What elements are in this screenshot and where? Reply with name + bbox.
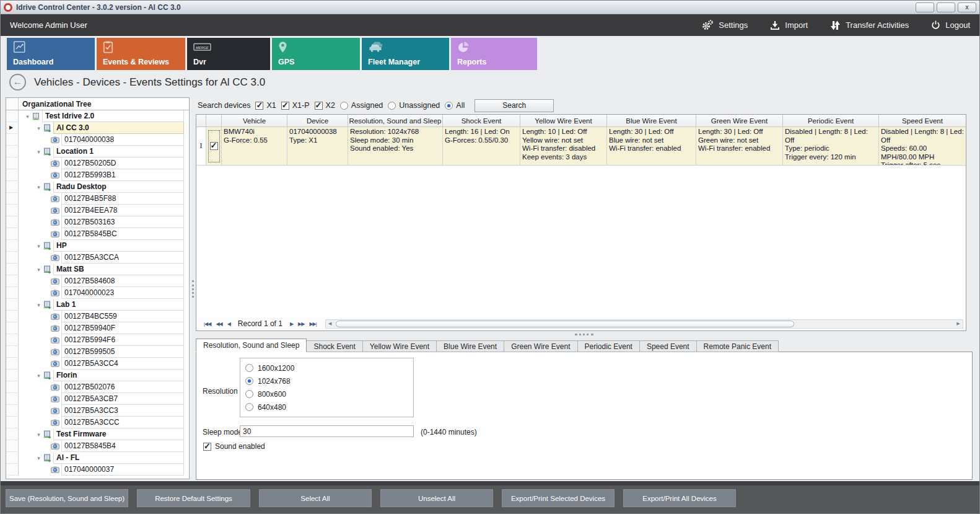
- tree-node-group[interactable]: ▶▾Al CC 3.0: [6, 122, 189, 134]
- tree-node-group[interactable]: ▾HP: [6, 240, 189, 252]
- footer-button-unselect-all[interactable]: Unselect All: [380, 489, 493, 507]
- resolution-option-800x600[interactable]: 800x600: [245, 390, 408, 399]
- record-nav-prev-icon[interactable]: ◀: [225, 321, 233, 327]
- grid-row[interactable]: IBMW740i G-Force: 0.55017040000038 Type:…: [196, 127, 966, 166]
- footer-button-restore-default-settings[interactable]: Restore Default Settings: [137, 489, 250, 507]
- record-nav-last-icon[interactable]: ▶▶|: [307, 321, 318, 327]
- filter-checkbox-x1[interactable]: X1: [255, 101, 276, 110]
- toolbar-action-import[interactable]: Import: [770, 20, 808, 30]
- scroll-left-icon[interactable]: ◀: [326, 320, 335, 328]
- tree-node-group[interactable]: ▾Matt SB: [6, 264, 189, 275]
- row-checkbox[interactable]: [210, 142, 218, 150]
- tree-node-device[interactable]: 00127B502076: [6, 381, 189, 393]
- grid-column-header[interactable]: Blue Wire Event: [607, 115, 696, 126]
- sound-enabled-checkbox[interactable]: [203, 443, 211, 451]
- footer-button-export-print-selected-devices[interactable]: Export/Print Selected Devices: [502, 489, 615, 507]
- tree-node-device[interactable]: 00127B5A3CC3: [6, 405, 189, 417]
- tab-remote-panic-event[interactable]: Remote Panic Event: [696, 340, 779, 352]
- back-button[interactable]: [9, 74, 26, 91]
- tree-node-device[interactable]: 00127B584608: [6, 275, 189, 287]
- toolbar-action-settings[interactable]: Settings: [701, 20, 748, 30]
- radio-icon[interactable]: [245, 403, 253, 411]
- grid-column-header[interactable]: Yellow Wire Event: [520, 115, 607, 126]
- vertical-splitter[interactable]: [190, 97, 196, 479]
- tree-node-group[interactable]: ▾Location 1: [6, 146, 189, 157]
- grid-column-header[interactable]: Speed Event: [879, 115, 966, 126]
- tree-node-device[interactable]: 00127B4BC559: [6, 311, 189, 322]
- tab-green-wire-event[interactable]: Green Wire Event: [504, 340, 577, 352]
- tile-reports[interactable]: Reports: [451, 38, 537, 70]
- checkbox-icon[interactable]: [255, 102, 263, 110]
- search-button[interactable]: Search: [475, 99, 554, 112]
- checkbox-icon[interactable]: [315, 102, 323, 110]
- filter-radio-assigned[interactable]: Assigned: [340, 101, 383, 110]
- tree-node-device[interactable]: 00127B5845B4: [6, 440, 189, 452]
- tree-node-device[interactable]: 00127B5993B1: [6, 169, 189, 181]
- grid-column-header[interactable]: Resolution, Sound and Sleep: [348, 115, 443, 126]
- grid-column-header[interactable]: Shock Event: [443, 115, 520, 126]
- filter-checkbox-x1-p[interactable]: X1-P: [281, 101, 310, 110]
- tree-node-group[interactable]: ▾Lab 1: [6, 299, 189, 311]
- tile-events-reviews[interactable]: Events & Reviews: [97, 38, 185, 70]
- resolution-option-1024x768[interactable]: 1024x768: [245, 377, 408, 386]
- maximize-button[interactable]: [937, 2, 955, 12]
- tree-node-device[interactable]: 00127B503163: [6, 216, 189, 228]
- footer-button-export-print-all-devices[interactable]: Export/Print All Devices: [623, 489, 736, 507]
- radio-icon[interactable]: [340, 102, 348, 110]
- tab-yellow-wire-event[interactable]: Yellow Wire Event: [362, 340, 437, 352]
- tree-node-device[interactable]: 00127B59940F: [6, 322, 189, 334]
- tile-fleet-manager[interactable]: Fleet Manager: [362, 38, 449, 70]
- filter-radio-unassigned[interactable]: Unassigned: [388, 101, 440, 110]
- sound-enabled-row[interactable]: Sound enabled: [203, 442, 265, 451]
- grid-column-header[interactable]: Periodic Event: [783, 115, 879, 126]
- footer-button-select-all[interactable]: Select All: [259, 489, 372, 507]
- scrollbar-thumb[interactable]: [336, 321, 794, 327]
- tree-node-device[interactable]: 017040000038: [6, 134, 189, 146]
- tree-node-device[interactable]: 00127B50205D: [6, 157, 189, 169]
- filter-radio-all[interactable]: All: [445, 101, 465, 110]
- row-checkbox-cell[interactable]: [206, 127, 222, 165]
- radio-icon[interactable]: [245, 364, 253, 372]
- tree-node-device[interactable]: 00127B4EEA78: [6, 205, 189, 216]
- tree-node-group[interactable]: ▾Florin: [6, 370, 189, 381]
- tree-node-device[interactable]: 00127B599505: [6, 346, 189, 358]
- filter-checkbox-x2[interactable]: X2: [315, 101, 335, 110]
- tree-node-device[interactable]: 00127B5A3CCC: [6, 417, 189, 428]
- tree-node-device[interactable]: 017040000037: [6, 464, 189, 476]
- tab-periodic-event[interactable]: Periodic Event: [577, 340, 640, 352]
- radio-icon[interactable]: [388, 102, 396, 110]
- tree-node-device[interactable]: 017040000023: [6, 287, 189, 299]
- tab-resolution-sound-and-sleep[interactable]: Resolution, Sound and Sleep: [196, 339, 307, 352]
- scroll-right-icon[interactable]: ▶: [954, 320, 963, 328]
- tree-node-device[interactable]: 00127B5A3CC4: [6, 358, 189, 370]
- tile-dashboard[interactable]: Dashboard: [7, 38, 95, 70]
- tree-node-group[interactable]: ▾Radu Desktop: [6, 181, 189, 193]
- tree-node-device[interactable]: 00127B5A3CCA: [6, 252, 189, 264]
- tree-node-group[interactable]: ▾Al - FL: [6, 452, 189, 464]
- toolbar-action-transfer-activities[interactable]: Transfer Activities: [830, 20, 909, 30]
- minimize-button[interactable]: [916, 2, 934, 12]
- checkbox-icon[interactable]: [281, 102, 289, 110]
- radio-icon[interactable]: [245, 390, 253, 398]
- record-nav-forward-icon[interactable]: ▶▶: [295, 321, 307, 327]
- tab-blue-wire-event[interactable]: Blue Wire Event: [436, 340, 504, 352]
- h-scrollbar[interactable]: ◀ ▶: [325, 319, 963, 329]
- tree-node-device[interactable]: 00127B5A3CB7: [6, 393, 189, 405]
- toolbar-action-logout[interactable]: Logout: [931, 20, 970, 30]
- grid-column-header[interactable]: Green Wire Event: [696, 115, 783, 126]
- tab-shock-event[interactable]: Shock Event: [306, 340, 362, 352]
- tile-gps[interactable]: GPS: [272, 38, 360, 70]
- resolution-option-640x480[interactable]: 640x480: [245, 403, 408, 412]
- tree-node-device[interactable]: 00127B4B5F88: [6, 193, 189, 205]
- grid-column-header[interactable]: Device: [287, 115, 348, 126]
- tree-node-group[interactable]: ▾Test Firmware: [6, 428, 189, 440]
- tree-node-root[interactable]: ▾Test Idrive 2.0: [6, 110, 189, 122]
- tab-speed-event[interactable]: Speed Event: [639, 340, 697, 352]
- footer-button-save-resolution-sound-and-sleep-[interactable]: Save (Resolution, Sound and Sleep): [6, 489, 128, 507]
- sleep-mode-input[interactable]: [240, 425, 414, 437]
- radio-icon[interactable]: [445, 102, 453, 110]
- grid-column-header[interactable]: Vehicle: [222, 115, 287, 126]
- record-nav-rewind-icon[interactable]: ◀◀: [213, 321, 224, 327]
- resolution-option-1600x1200[interactable]: 1600x1200: [245, 364, 408, 373]
- record-nav-first-icon[interactable]: |◀◀: [201, 321, 213, 327]
